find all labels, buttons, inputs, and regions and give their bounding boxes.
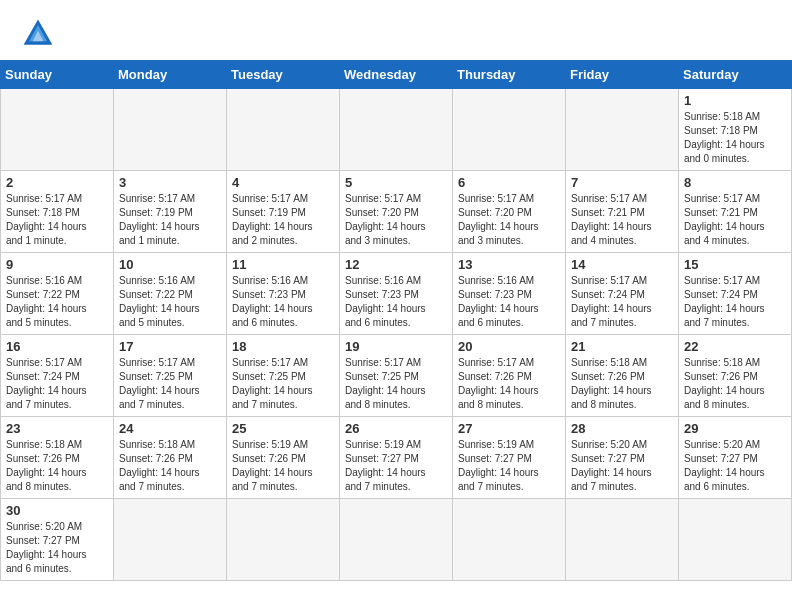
day-info: Sunrise: 5:17 AM Sunset: 7:18 PM Dayligh… <box>6 192 108 248</box>
day-number: 30 <box>6 503 108 518</box>
calendar-cell: 5Sunrise: 5:17 AM Sunset: 7:20 PM Daylig… <box>340 171 453 253</box>
day-info: Sunrise: 5:18 AM Sunset: 7:26 PM Dayligh… <box>119 438 221 494</box>
calendar-cell <box>114 89 227 171</box>
calendar-cell: 6Sunrise: 5:17 AM Sunset: 7:20 PM Daylig… <box>453 171 566 253</box>
calendar-cell <box>1 89 114 171</box>
day-number: 7 <box>571 175 673 190</box>
day-info: Sunrise: 5:19 AM Sunset: 7:27 PM Dayligh… <box>458 438 560 494</box>
calendar-cell: 15Sunrise: 5:17 AM Sunset: 7:24 PM Dayli… <box>679 253 792 335</box>
day-info: Sunrise: 5:19 AM Sunset: 7:26 PM Dayligh… <box>232 438 334 494</box>
calendar-cell: 8Sunrise: 5:17 AM Sunset: 7:21 PM Daylig… <box>679 171 792 253</box>
calendar-cell: 21Sunrise: 5:18 AM Sunset: 7:26 PM Dayli… <box>566 335 679 417</box>
calendar-cell: 17Sunrise: 5:17 AM Sunset: 7:25 PM Dayli… <box>114 335 227 417</box>
calendar-cell: 4Sunrise: 5:17 AM Sunset: 7:19 PM Daylig… <box>227 171 340 253</box>
day-number: 24 <box>119 421 221 436</box>
calendar-cell: 26Sunrise: 5:19 AM Sunset: 7:27 PM Dayli… <box>340 417 453 499</box>
day-number: 20 <box>458 339 560 354</box>
calendar-cell: 18Sunrise: 5:17 AM Sunset: 7:25 PM Dayli… <box>227 335 340 417</box>
calendar-cell: 14Sunrise: 5:17 AM Sunset: 7:24 PM Dayli… <box>566 253 679 335</box>
calendar-cell <box>340 89 453 171</box>
day-info: Sunrise: 5:18 AM Sunset: 7:26 PM Dayligh… <box>6 438 108 494</box>
weekday-tuesday: Tuesday <box>227 61 340 89</box>
calendar-cell: 12Sunrise: 5:16 AM Sunset: 7:23 PM Dayli… <box>340 253 453 335</box>
day-number: 18 <box>232 339 334 354</box>
day-info: Sunrise: 5:17 AM Sunset: 7:25 PM Dayligh… <box>345 356 447 412</box>
day-info: Sunrise: 5:17 AM Sunset: 7:19 PM Dayligh… <box>119 192 221 248</box>
calendar-cell: 7Sunrise: 5:17 AM Sunset: 7:21 PM Daylig… <box>566 171 679 253</box>
day-info: Sunrise: 5:17 AM Sunset: 7:21 PM Dayligh… <box>571 192 673 248</box>
calendar-cell <box>114 499 227 581</box>
day-info: Sunrise: 5:18 AM Sunset: 7:18 PM Dayligh… <box>684 110 786 166</box>
day-number: 15 <box>684 257 786 272</box>
day-number: 11 <box>232 257 334 272</box>
weekday-friday: Friday <box>566 61 679 89</box>
calendar-cell: 19Sunrise: 5:17 AM Sunset: 7:25 PM Dayli… <box>340 335 453 417</box>
calendar-cell: 13Sunrise: 5:16 AM Sunset: 7:23 PM Dayli… <box>453 253 566 335</box>
calendar-cell: 11Sunrise: 5:16 AM Sunset: 7:23 PM Dayli… <box>227 253 340 335</box>
calendar-cell <box>679 499 792 581</box>
calendar-cell: 25Sunrise: 5:19 AM Sunset: 7:26 PM Dayli… <box>227 417 340 499</box>
day-number: 3 <box>119 175 221 190</box>
calendar-table: SundayMondayTuesdayWednesdayThursdayFrid… <box>0 60 792 581</box>
calendar-week-5: 23Sunrise: 5:18 AM Sunset: 7:26 PM Dayli… <box>1 417 792 499</box>
day-number: 8 <box>684 175 786 190</box>
day-number: 2 <box>6 175 108 190</box>
day-info: Sunrise: 5:17 AM Sunset: 7:24 PM Dayligh… <box>684 274 786 330</box>
calendar-week-2: 2Sunrise: 5:17 AM Sunset: 7:18 PM Daylig… <box>1 171 792 253</box>
weekday-monday: Monday <box>114 61 227 89</box>
weekday-header-row: SundayMondayTuesdayWednesdayThursdayFrid… <box>1 61 792 89</box>
calendar-cell: 3Sunrise: 5:17 AM Sunset: 7:19 PM Daylig… <box>114 171 227 253</box>
calendar-cell: 29Sunrise: 5:20 AM Sunset: 7:27 PM Dayli… <box>679 417 792 499</box>
calendar-cell: 27Sunrise: 5:19 AM Sunset: 7:27 PM Dayli… <box>453 417 566 499</box>
day-number: 23 <box>6 421 108 436</box>
day-number: 26 <box>345 421 447 436</box>
calendar-week-1: 1Sunrise: 5:18 AM Sunset: 7:18 PM Daylig… <box>1 89 792 171</box>
day-info: Sunrise: 5:17 AM Sunset: 7:24 PM Dayligh… <box>6 356 108 412</box>
day-info: Sunrise: 5:17 AM Sunset: 7:20 PM Dayligh… <box>458 192 560 248</box>
day-info: Sunrise: 5:16 AM Sunset: 7:22 PM Dayligh… <box>119 274 221 330</box>
day-number: 1 <box>684 93 786 108</box>
calendar-cell: 9Sunrise: 5:16 AM Sunset: 7:22 PM Daylig… <box>1 253 114 335</box>
calendar-cell <box>566 89 679 171</box>
day-info: Sunrise: 5:17 AM Sunset: 7:26 PM Dayligh… <box>458 356 560 412</box>
calendar-cell: 30Sunrise: 5:20 AM Sunset: 7:27 PM Dayli… <box>1 499 114 581</box>
day-number: 10 <box>119 257 221 272</box>
day-info: Sunrise: 5:18 AM Sunset: 7:26 PM Dayligh… <box>684 356 786 412</box>
calendar-cell: 24Sunrise: 5:18 AM Sunset: 7:26 PM Dayli… <box>114 417 227 499</box>
day-info: Sunrise: 5:17 AM Sunset: 7:20 PM Dayligh… <box>345 192 447 248</box>
day-info: Sunrise: 5:17 AM Sunset: 7:19 PM Dayligh… <box>232 192 334 248</box>
calendar-cell: 10Sunrise: 5:16 AM Sunset: 7:22 PM Dayli… <box>114 253 227 335</box>
page-container: SundayMondayTuesdayWednesdayThursdayFrid… <box>0 0 792 581</box>
day-info: Sunrise: 5:19 AM Sunset: 7:27 PM Dayligh… <box>345 438 447 494</box>
calendar-week-6: 30Sunrise: 5:20 AM Sunset: 7:27 PM Dayli… <box>1 499 792 581</box>
calendar-cell <box>453 499 566 581</box>
day-info: Sunrise: 5:16 AM Sunset: 7:23 PM Dayligh… <box>345 274 447 330</box>
day-number: 28 <box>571 421 673 436</box>
day-number: 22 <box>684 339 786 354</box>
day-number: 6 <box>458 175 560 190</box>
calendar-cell <box>453 89 566 171</box>
calendar-cell <box>227 89 340 171</box>
logo <box>20 16 62 52</box>
day-info: Sunrise: 5:20 AM Sunset: 7:27 PM Dayligh… <box>571 438 673 494</box>
day-number: 27 <box>458 421 560 436</box>
calendar-cell: 22Sunrise: 5:18 AM Sunset: 7:26 PM Dayli… <box>679 335 792 417</box>
day-number: 17 <box>119 339 221 354</box>
day-info: Sunrise: 5:17 AM Sunset: 7:25 PM Dayligh… <box>232 356 334 412</box>
day-number: 29 <box>684 421 786 436</box>
calendar-cell: 20Sunrise: 5:17 AM Sunset: 7:26 PM Dayli… <box>453 335 566 417</box>
day-number: 19 <box>345 339 447 354</box>
day-info: Sunrise: 5:16 AM Sunset: 7:23 PM Dayligh… <box>458 274 560 330</box>
calendar-week-3: 9Sunrise: 5:16 AM Sunset: 7:22 PM Daylig… <box>1 253 792 335</box>
weekday-saturday: Saturday <box>679 61 792 89</box>
day-info: Sunrise: 5:16 AM Sunset: 7:23 PM Dayligh… <box>232 274 334 330</box>
weekday-wednesday: Wednesday <box>340 61 453 89</box>
calendar-cell: 1Sunrise: 5:18 AM Sunset: 7:18 PM Daylig… <box>679 89 792 171</box>
logo-icon <box>20 16 56 52</box>
day-info: Sunrise: 5:18 AM Sunset: 7:26 PM Dayligh… <box>571 356 673 412</box>
calendar-cell: 16Sunrise: 5:17 AM Sunset: 7:24 PM Dayli… <box>1 335 114 417</box>
day-number: 16 <box>6 339 108 354</box>
day-info: Sunrise: 5:17 AM Sunset: 7:25 PM Dayligh… <box>119 356 221 412</box>
calendar-week-4: 16Sunrise: 5:17 AM Sunset: 7:24 PM Dayli… <box>1 335 792 417</box>
header <box>0 0 792 60</box>
